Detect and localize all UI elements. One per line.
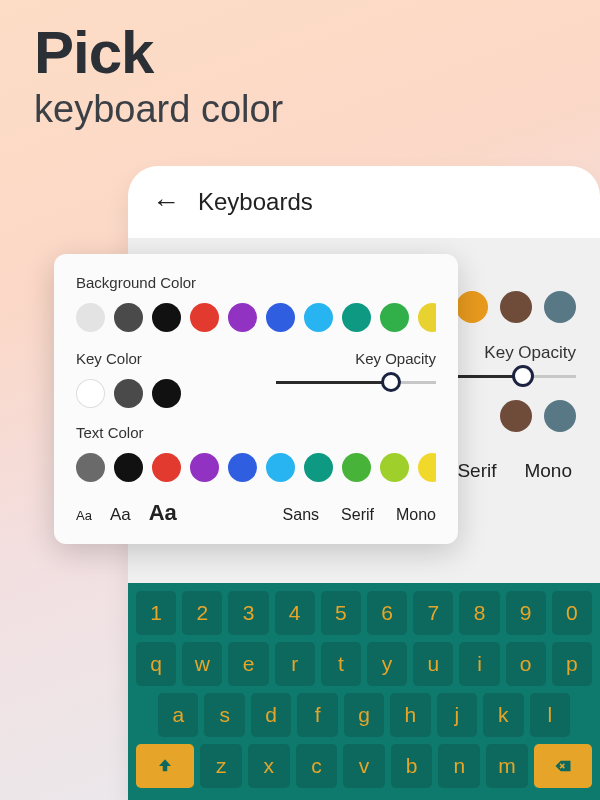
font-family-option[interactable]: Serif xyxy=(457,460,496,482)
key[interactable]: c xyxy=(296,744,338,788)
color-swatch[interactable] xyxy=(152,379,181,408)
color-swatch[interactable] xyxy=(76,453,105,482)
color-picker-popup: Background Color Key Color Key Opacity T… xyxy=(54,254,458,544)
key[interactable]: g xyxy=(344,693,384,737)
key-opacity-label: Key Opacity xyxy=(484,343,576,363)
color-swatch[interactable] xyxy=(342,303,371,332)
key[interactable]: 7 xyxy=(413,591,453,635)
key[interactable]: h xyxy=(390,693,430,737)
key[interactable]: r xyxy=(275,642,315,686)
key[interactable]: l xyxy=(530,693,570,737)
color-swatch[interactable] xyxy=(114,379,143,408)
popup-opacity-label: Key Opacity xyxy=(276,350,436,367)
color-swatch[interactable] xyxy=(266,303,295,332)
hero-subtitle: keyboard color xyxy=(34,88,283,131)
font-size-option[interactable]: Aa xyxy=(110,505,131,525)
key[interactable]: 0 xyxy=(552,591,592,635)
popup-text-label: Text Color xyxy=(76,424,436,441)
key[interactable]: 6 xyxy=(367,591,407,635)
key[interactable]: m xyxy=(486,744,528,788)
key[interactable]: a xyxy=(158,693,198,737)
key[interactable]: p xyxy=(552,642,592,686)
key[interactable]: n xyxy=(438,744,480,788)
key[interactable]: t xyxy=(321,642,361,686)
key[interactable]: 8 xyxy=(459,591,499,635)
hero-title: Pick xyxy=(34,18,153,87)
font-size-option[interactable]: Aa xyxy=(149,500,177,526)
key[interactable]: s xyxy=(204,693,244,737)
color-swatch[interactable] xyxy=(304,303,333,332)
key[interactable]: o xyxy=(506,642,546,686)
font-family-option[interactable]: Mono xyxy=(524,460,572,482)
key[interactable]: b xyxy=(391,744,433,788)
popup-text-swatches xyxy=(76,453,436,482)
color-swatch[interactable] xyxy=(380,303,409,332)
key[interactable]: 4 xyxy=(275,591,315,635)
font-size-options: AaAaAa xyxy=(76,500,177,526)
color-swatch[interactable] xyxy=(190,303,219,332)
font-size-option[interactable]: Aa xyxy=(76,508,92,523)
popup-bg-swatches xyxy=(76,303,436,332)
key[interactable]: 9 xyxy=(506,591,546,635)
color-swatch[interactable] xyxy=(228,453,257,482)
color-swatch[interactable] xyxy=(418,453,436,482)
popup-key-swatches xyxy=(76,379,181,408)
key[interactable]: k xyxy=(483,693,523,737)
key[interactable]: v xyxy=(343,744,385,788)
phone-header: ← Keyboards xyxy=(128,166,600,238)
key[interactable]: u xyxy=(413,642,453,686)
color-swatch[interactable] xyxy=(380,453,409,482)
keyboard-preview: 1234567890qwertyuiopasdfghjklzxcvbnm xyxy=(128,583,600,800)
shift-key[interactable] xyxy=(136,744,194,788)
backspace-key[interactable] xyxy=(534,744,592,788)
key[interactable]: x xyxy=(248,744,290,788)
popup-opacity-slider[interactable] xyxy=(276,381,436,384)
color-swatch[interactable] xyxy=(456,291,488,323)
color-swatch[interactable] xyxy=(304,453,333,482)
key[interactable]: 1 xyxy=(136,591,176,635)
font-family-option[interactable]: Sans xyxy=(283,506,319,524)
color-swatch[interactable] xyxy=(76,379,105,408)
color-swatch[interactable] xyxy=(190,453,219,482)
color-swatch[interactable] xyxy=(228,303,257,332)
key[interactable]: 3 xyxy=(228,591,268,635)
key[interactable]: d xyxy=(251,693,291,737)
color-swatch[interactable] xyxy=(500,291,532,323)
popup-bg-label: Background Color xyxy=(76,274,436,291)
key[interactable]: i xyxy=(459,642,499,686)
key[interactable]: q xyxy=(136,642,176,686)
color-swatch[interactable] xyxy=(266,453,295,482)
color-swatch[interactable] xyxy=(342,453,371,482)
font-family-options: SansSerifMono xyxy=(283,506,436,524)
page-title: Keyboards xyxy=(198,188,313,216)
font-family-option[interactable]: Serif xyxy=(341,506,374,524)
popup-key-label: Key Color xyxy=(76,350,181,367)
color-swatch[interactable] xyxy=(152,303,181,332)
font-family-option[interactable]: Mono xyxy=(396,506,436,524)
key[interactable]: y xyxy=(367,642,407,686)
key[interactable]: z xyxy=(200,744,242,788)
color-swatch[interactable] xyxy=(114,453,143,482)
key[interactable]: e xyxy=(228,642,268,686)
color-swatch[interactable] xyxy=(152,453,181,482)
color-swatch[interactable] xyxy=(76,303,105,332)
color-swatch[interactable] xyxy=(544,291,576,323)
key[interactable]: f xyxy=(297,693,337,737)
key[interactable]: j xyxy=(437,693,477,737)
color-swatch[interactable] xyxy=(418,303,436,332)
color-swatch[interactable] xyxy=(500,400,532,432)
back-icon[interactable]: ← xyxy=(152,188,180,216)
key[interactable]: 5 xyxy=(321,591,361,635)
key[interactable]: w xyxy=(182,642,222,686)
key[interactable]: 2 xyxy=(182,591,222,635)
color-swatch[interactable] xyxy=(114,303,143,332)
color-swatch[interactable] xyxy=(544,400,576,432)
